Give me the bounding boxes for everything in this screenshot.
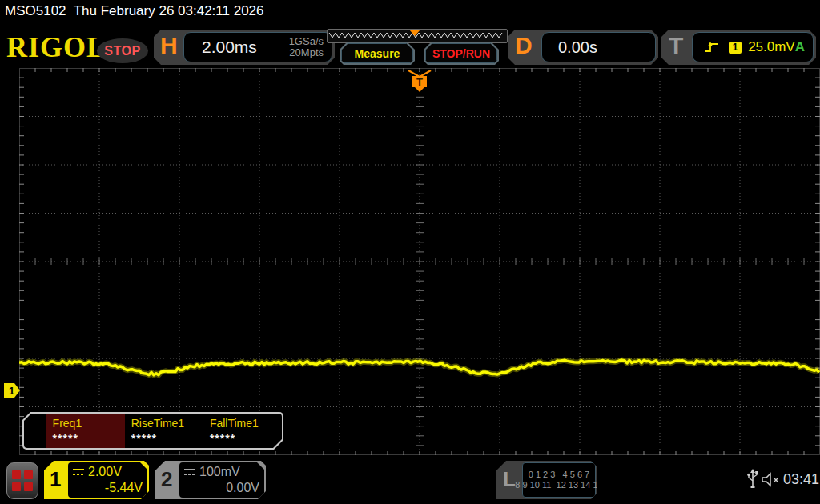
svg-text:1: 1 xyxy=(9,385,14,397)
trigger-level-value: 25.0mV xyxy=(748,39,795,55)
stop-run-button[interactable]: STOP/RUN xyxy=(424,42,499,65)
channel2-scale: 100mV xyxy=(199,465,240,479)
svg-text:T: T xyxy=(416,76,423,88)
delay-widget[interactable]: D 0.00s xyxy=(508,30,658,65)
trigger-widget[interactable]: T 1 25.0mV A xyxy=(661,30,816,65)
measurement-panel[interactable]: Freq1 ***** RiseTime1 ***** FallTime1 **… xyxy=(22,412,283,450)
measurement-value: ***** xyxy=(131,432,203,445)
menu-grid-icon xyxy=(12,470,21,479)
rigol-logo: RIGOL xyxy=(6,30,107,64)
measurement-item-falltime1[interactable]: FallTime1 ***** xyxy=(203,414,282,448)
horizontal-widget[interactable]: H 2.00ms 1GSa/s 20Mpts xyxy=(154,30,335,65)
delay-box: 0.00s xyxy=(541,32,656,62)
sample-rate-info: 1GSa/s 20Mpts xyxy=(289,36,324,58)
measurement-item-risetime1[interactable]: RiseTime1 ***** xyxy=(125,414,203,448)
measurement-panel-spacer xyxy=(24,414,46,448)
delay-label: D xyxy=(515,32,533,59)
channel1-offset-marker[interactable]: 1 xyxy=(4,383,21,398)
trigger-source: 1 xyxy=(733,42,738,53)
logic-label: L xyxy=(503,467,516,492)
channel2-offset: 0.00V xyxy=(184,481,259,495)
menu-grid-button[interactable] xyxy=(6,462,38,499)
trigger-position-marker-mini xyxy=(409,30,420,36)
trigger-label: T xyxy=(669,32,683,59)
usb-icon xyxy=(746,468,759,490)
memory-depth: 20Mpts xyxy=(289,47,324,58)
rising-edge-icon xyxy=(704,41,719,54)
channel1-offset: -5.44V xyxy=(73,481,143,495)
graticule-display xyxy=(19,68,820,455)
measurement-label: RiseTime1 xyxy=(131,417,203,430)
waveform-position-bar[interactable] xyxy=(327,29,508,43)
dc-coupling-icon xyxy=(73,469,84,476)
channel2-status[interactable]: 2 100mV 0.00V xyxy=(155,461,266,499)
logic-row-0-7: 0 1 2 3 4 5 6 7 xyxy=(529,470,589,480)
channel1-scale: 2.00V xyxy=(88,465,122,479)
measurement-label: Freq1 xyxy=(53,417,125,430)
clock-display: 03:41 xyxy=(783,471,819,488)
sample-rate: 1GSa/s xyxy=(289,36,324,47)
measurement-item-freq1[interactable]: Freq1 ***** xyxy=(46,414,125,448)
acquisition-state-label: STOP xyxy=(104,44,140,58)
trigger-source-badge: 1 xyxy=(729,42,742,54)
trigger-box: 1 25.0mV A xyxy=(692,32,814,62)
trigger-position-marker[interactable]: T xyxy=(406,69,433,93)
dc-coupling-icon xyxy=(184,469,195,476)
speaker-muted-icon xyxy=(761,472,782,488)
trigger-mode: A xyxy=(795,39,805,55)
horizontal-box: 2.00ms 1GSa/s 20Mpts xyxy=(183,32,332,62)
acquisition-state-badge: STOP xyxy=(97,38,148,63)
stop-run-button-label: STOP/RUN xyxy=(432,47,490,60)
timebase-value: 2.00ms xyxy=(202,38,257,57)
measurement-label: FallTime1 xyxy=(210,417,282,430)
channel2-number: 2 xyxy=(161,467,172,492)
channel1-status[interactable]: 1 2.00V -5.44V xyxy=(44,461,149,499)
logic-channels-status[interactable]: L 0 1 2 3 4 5 6 7 8 9 10 11 12 13 14 15 xyxy=(496,461,597,499)
measurement-value: ***** xyxy=(210,432,282,445)
title-bar: MSO5102 Thu February 26 03:42:11 2026 xyxy=(5,3,264,19)
delay-value: 0.00s xyxy=(558,38,597,57)
horizontal-label: H xyxy=(160,32,178,59)
oscilloscope-screen: { "title_bar": {"text": "MSO5102 Thu Feb… xyxy=(0,0,820,504)
measure-button[interactable]: Measure xyxy=(340,42,415,65)
logic-row-8-15: 8 9 10 11 12 13 14 15 xyxy=(515,480,602,490)
measurement-value: ***** xyxy=(53,432,125,445)
measure-button-label: Measure xyxy=(355,47,400,60)
channel1-number: 1 xyxy=(50,467,61,492)
